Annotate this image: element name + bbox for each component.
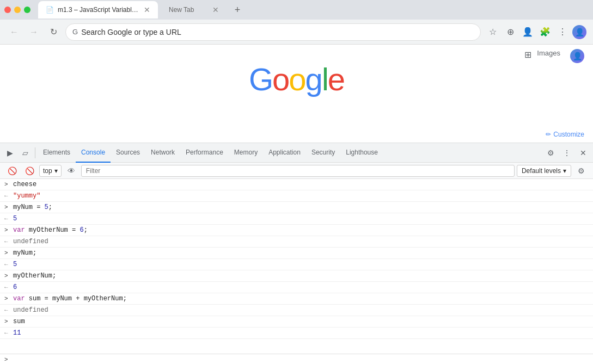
- tab-console[interactable]: Console: [76, 143, 111, 163]
- console-line: > myOtherNum;: [0, 270, 593, 282]
- console-entry: myNum = 5;: [13, 202, 589, 212]
- tab-close-button[interactable]: ✕: [212, 5, 219, 14]
- chevron-down-icon: ▾: [563, 167, 566, 175]
- tab-application[interactable]: Application: [263, 143, 306, 163]
- logo-e-red: e: [328, 61, 344, 97]
- output-arrow: ←: [4, 237, 12, 246]
- console-entry: myOtherNum;: [13, 271, 589, 281]
- minimize-button[interactable]: [14, 7, 21, 13]
- tab-sources[interactable]: Sources: [111, 143, 145, 163]
- maximize-button[interactable]: [24, 7, 30, 13]
- search-icon: G: [72, 28, 78, 36]
- default-levels-dropdown[interactable]: Default levels ▾: [517, 165, 571, 177]
- bookmark-button[interactable]: ☆: [485, 24, 500, 40]
- input-arrow: >: [4, 180, 12, 189]
- console-entry: var sum = myNum + myOtherNum;: [13, 294, 589, 304]
- console-entry: 5: [13, 260, 589, 269]
- console-input[interactable]: [13, 355, 589, 363]
- logo-g-blue2: g: [305, 61, 322, 97]
- tab-favicon: 📄: [46, 6, 53, 14]
- back-button[interactable]: ←: [7, 24, 22, 40]
- tab-network[interactable]: Network: [145, 143, 180, 163]
- account-avatar[interactable]: 👤: [570, 49, 584, 63]
- forward-button[interactable]: →: [26, 24, 41, 40]
- console-output: > cheese ← "yummy" > myNum = 5; ← 5 > va…: [0, 179, 593, 354]
- browser-tab-active[interactable]: 📄 m1.3 – JavaScript Variables - c... ✕: [38, 1, 158, 18]
- google-logo: Google: [249, 61, 344, 97]
- console-line: > sum: [0, 316, 593, 328]
- clear-console-button[interactable]: 🚫: [4, 163, 20, 178]
- tab-title: New Tab: [169, 6, 208, 14]
- console-entry: var myOtherNum = 6;: [13, 225, 589, 235]
- close-devtools-button[interactable]: ✕: [576, 145, 591, 161]
- input-arrow: >: [4, 202, 12, 212]
- title-bar: 📄 m1.3 – JavaScript Variables - c... ✕ N…: [0, 0, 593, 20]
- console-filter-input[interactable]: [81, 165, 515, 177]
- address-bar: ← → ↻ G ☆ ⊕ 👤 🧩 ⋮ 👤: [0, 20, 593, 45]
- settings-gear-button[interactable]: ⚙: [543, 145, 558, 161]
- tab-elements[interactable]: Elements: [38, 143, 76, 163]
- avatar[interactable]: 👤: [572, 25, 586, 39]
- output-arrow: ←: [4, 305, 12, 315]
- google-page: Images ⊞ 👤 Google ✏ Customize: [0, 45, 593, 143]
- tab-bar-separator: [35, 147, 35, 158]
- input-arrow: >: [4, 225, 12, 235]
- console-entry: undefined: [13, 305, 589, 315]
- inspect-element-button[interactable]: ▶: [2, 145, 17, 161]
- console-line: > var sum = myNum + myOtherNum;: [0, 293, 593, 305]
- shield-icon[interactable]: ⊕: [503, 24, 518, 40]
- output-arrow: ←: [4, 191, 12, 201]
- tab-title: m1.3 – JavaScript Variables - c...: [58, 6, 139, 14]
- address-input-wrap[interactable]: G: [65, 23, 481, 41]
- logo-o-red: o: [272, 61, 289, 97]
- tab-memory[interactable]: Memory: [229, 143, 263, 163]
- traffic-lights: [4, 7, 30, 13]
- console-line: ← "yummy": [0, 190, 593, 202]
- profile-button[interactable]: 👤: [520, 24, 535, 40]
- input-arrow: >: [4, 271, 12, 281]
- console-line: ← 5: [0, 213, 593, 225]
- menu-button[interactable]: ⋮: [555, 24, 570, 40]
- console-line: ← 6: [0, 282, 593, 293]
- console-input-line[interactable]: >: [0, 354, 593, 364]
- context-value: top: [43, 167, 52, 175]
- devtools-tab-bar: ▶ ▱ Elements Console Sources Network Per…: [0, 143, 593, 163]
- preserve-log-button[interactable]: 🚫: [22, 163, 37, 178]
- eye-icon[interactable]: 👁: [64, 163, 79, 178]
- new-tab-button[interactable]: +: [230, 2, 245, 17]
- output-arrow: ←: [4, 260, 12, 269]
- console-entry: cheese: [13, 180, 589, 189]
- output-arrow: ←: [4, 282, 12, 292]
- device-toolbar-button[interactable]: ▱: [17, 145, 33, 161]
- images-link[interactable]: Images: [537, 49, 560, 57]
- browser-tab-new[interactable]: New Tab ✕: [161, 1, 227, 18]
- tab-performance[interactable]: Performance: [180, 143, 229, 163]
- customize-button[interactable]: ✏ Customize: [546, 131, 584, 138]
- console-entry: 6: [13, 282, 589, 292]
- logo-l-green: l: [322, 61, 328, 97]
- console-entry: 11: [13, 328, 589, 338]
- console-settings-button[interactable]: ⚙: [573, 163, 589, 178]
- reload-button[interactable]: ↻: [46, 24, 61, 40]
- logo-g-blue: G: [249, 61, 272, 97]
- address-input[interactable]: [81, 28, 474, 36]
- console-toolbar: 🚫 🚫 top ▾ 👁 Default levels ▾ ⚙: [0, 163, 593, 179]
- console-line: ← 5: [0, 259, 593, 270]
- extensions-button[interactable]: 🧩: [537, 24, 553, 40]
- google-apps-button[interactable]: ⊞: [520, 47, 535, 62]
- address-bar-actions: ☆ ⊕ 👤 🧩 ⋮ 👤: [485, 24, 586, 40]
- tab-security[interactable]: Security: [306, 143, 340, 163]
- console-entry: 5: [13, 214, 589, 224]
- default-levels-label: Default levels: [522, 167, 561, 175]
- close-button[interactable]: [4, 7, 11, 13]
- console-line: ← undefined: [0, 305, 593, 316]
- more-options-button[interactable]: ⋮: [559, 145, 574, 161]
- tab-lighthouse[interactable]: Lighthouse: [340, 143, 383, 163]
- customize-label: Customize: [553, 131, 584, 138]
- input-arrow: >: [4, 294, 12, 304]
- context-selector[interactable]: top ▾: [39, 165, 62, 177]
- console-entry: sum: [13, 317, 589, 326]
- console-line: > myNum = 5;: [0, 202, 593, 213]
- tab-close-button[interactable]: ✕: [144, 5, 150, 14]
- console-line: > cheese: [0, 179, 593, 190]
